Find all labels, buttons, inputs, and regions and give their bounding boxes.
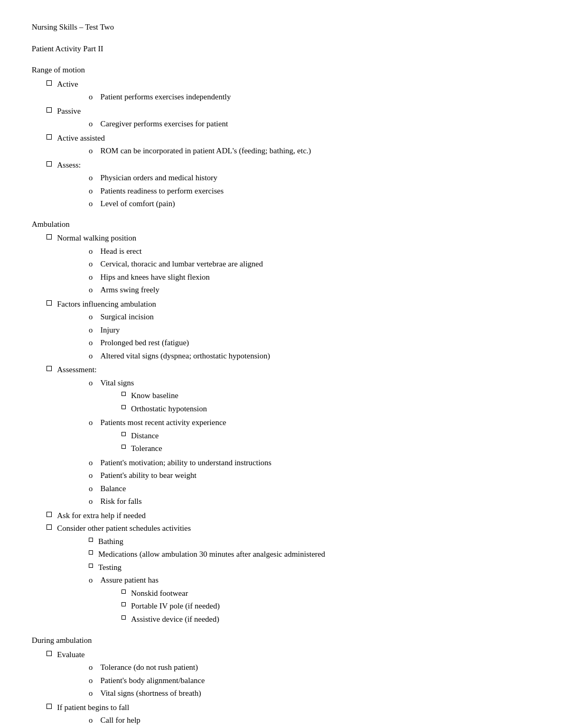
bullet-o-icon: o xyxy=(89,245,96,257)
list-item: If patient begins to falloCall for help xyxy=(46,702,529,727)
item-label-l3: Portable IV pole (if needed) xyxy=(131,600,220,612)
item-label-l2: Patient's ability to bear weight xyxy=(100,471,197,480)
list-item-l2: oHead is erect xyxy=(89,245,529,257)
bullet-square-sm-icon xyxy=(121,589,126,594)
item-label: Normal walking position xyxy=(57,234,136,242)
list-item: Normal walking positionoHead is erectoCe… xyxy=(46,232,529,297)
list-item-l3: Nonskid footwear xyxy=(121,587,529,600)
item-label-l3: Testing xyxy=(98,561,121,574)
bullet-square-icon xyxy=(46,80,52,86)
item-label: Active assisted xyxy=(57,134,105,142)
list-item-l2: oRisk for falls xyxy=(89,495,529,508)
section-during-ambulation: During ambulationEvaluateoTolerance (do … xyxy=(32,634,529,727)
bullet-square-icon xyxy=(46,107,52,113)
bullet-square-sm-icon xyxy=(121,392,126,396)
list-item-l2: oPatients most recent activity experienc… xyxy=(89,417,529,456)
list-item-l2: oCall for help xyxy=(89,714,529,726)
list-item-l2: oAltered vital signs (dyspnea; orthostat… xyxy=(89,350,529,362)
list-item-l3: Medications (allow ambulation 30 minutes… xyxy=(89,548,529,560)
bullet-o-icon: o xyxy=(89,91,96,103)
bullet-o-icon: o xyxy=(89,574,96,586)
bullet-o-icon: o xyxy=(89,687,96,699)
item-label-l2: ROM can be incorporated in patient ADL's… xyxy=(100,146,311,155)
item-label-l2: Balance xyxy=(100,484,126,493)
bullet-o-icon: o xyxy=(89,258,96,270)
section-heading: Ambulation xyxy=(32,218,529,231)
item-label-l2: Vital signs (shortness of breath) xyxy=(100,689,201,697)
item-label-l2: Hips and knees have slight flexion xyxy=(100,273,210,281)
item-label-l2: Prolonged bed rest (fatigue) xyxy=(100,338,189,347)
list-item-l3: Bathing xyxy=(89,536,529,548)
list-item-l2: oCervical, thoracic and lumbar vertebrae… xyxy=(89,258,529,270)
list-item-l3: Portable IV pole (if needed) xyxy=(121,600,529,612)
section-ambulation: AmbulationNormal walking positionoHead i… xyxy=(32,218,529,628)
list-item-l2: oPatient performs exercises independentl… xyxy=(89,91,529,103)
bullet-square-icon xyxy=(46,300,52,306)
item-label-l3: Tolerance xyxy=(131,443,162,455)
list-item-l2: oProlonged bed rest (fatigue) xyxy=(89,337,529,349)
list-item-l2: oVital signsKnow baselineOrthostatic hyp… xyxy=(89,377,529,416)
list-item: Assessment:oVital signsKnow baselineOrth… xyxy=(46,364,529,509)
item-label-l2: Altered vital signs (dyspnea; orthostati… xyxy=(100,352,270,360)
bullet-o-icon: o xyxy=(89,172,96,184)
bullet-square-icon xyxy=(46,524,52,530)
list-item-l2: oPatient's body alignment/balance xyxy=(89,675,529,687)
item-label-l2: Arms swing freely xyxy=(100,285,160,294)
bullet-o-icon: o xyxy=(89,661,96,674)
bullet-square-sm-icon xyxy=(121,432,126,436)
page-subtitle: Patient Activity Part II xyxy=(32,43,529,55)
bullet-square-sm-icon xyxy=(121,615,126,620)
bullet-o-icon: o xyxy=(89,185,96,197)
bullet-o-icon: o xyxy=(89,271,96,283)
bullet-o-icon: o xyxy=(89,483,96,495)
item-label-l2: Physician orders and medical history xyxy=(100,173,218,182)
section-heading: Range of motion xyxy=(32,64,529,76)
bullet-o-icon: o xyxy=(89,417,96,429)
item-label-l2: Patient's body alignment/balance xyxy=(100,676,205,685)
list-item: ActiveoPatient performs exercises indepe… xyxy=(46,78,529,104)
list-item-l2: oAssure patient hasNonskid footwearPorta… xyxy=(89,574,529,626)
section-range-of-motion: Range of motionActiveoPatient performs e… xyxy=(32,64,529,211)
page-container: Nursing Skills – Test Two Patient Activi… xyxy=(32,21,529,727)
item-label-l2: Tolerance (do not rush patient) xyxy=(100,663,198,671)
bullet-square-icon xyxy=(46,161,52,167)
bullet-o-icon: o xyxy=(89,675,96,687)
item-label: Active xyxy=(57,80,78,88)
section-heading: During ambulation xyxy=(32,634,529,647)
item-label-l2: Injury xyxy=(100,326,120,334)
list-item-l3: Know baseline xyxy=(121,390,529,402)
bullet-square-icon xyxy=(46,651,52,656)
list-item: EvaluateoTolerance (do not rush patient)… xyxy=(46,649,529,701)
bullet-square-sm-icon xyxy=(121,602,126,606)
list-item-l2: oPhysician orders and medical history xyxy=(89,172,529,184)
item-label-l3: Assistive device (if needed) xyxy=(131,613,219,625)
item-label: Passive xyxy=(57,107,81,115)
item-label-l3: Know baseline xyxy=(131,390,179,402)
bullet-square-icon xyxy=(46,704,52,709)
item-label-l2: Vital signs xyxy=(100,379,134,387)
bullet-square-sm-icon xyxy=(121,405,126,409)
list-item-l2: oPatient's motivation; ability to unders… xyxy=(89,457,529,469)
list-item-l3: Assistive device (if needed) xyxy=(121,613,529,625)
list-item-l2: oROM can be incorporated in patient ADL'… xyxy=(89,145,529,157)
list-item: Assess:oPhysician orders and medical his… xyxy=(46,159,529,211)
list-item: Ask for extra help if needed xyxy=(46,510,529,522)
bullet-o-icon: o xyxy=(89,311,96,323)
list-item-l3: Testing xyxy=(89,561,529,574)
bullet-square-sm-icon xyxy=(121,445,126,449)
item-label: Ask for extra help if needed xyxy=(57,511,146,520)
list-item-l2: oCaregiver performs exercises for patien… xyxy=(89,118,529,130)
item-label-l3: Distance xyxy=(131,430,158,442)
item-label-l2: Patients readiness to perform exercises xyxy=(100,187,223,195)
bullet-o-icon: o xyxy=(89,377,96,389)
list-item-l2: oSurgical incision xyxy=(89,311,529,323)
list-item-l3: Orthostatic hypotension xyxy=(121,403,529,415)
list-item-l3: Tolerance xyxy=(121,443,529,455)
item-label-l3: Orthostatic hypotension xyxy=(131,403,207,415)
item-label-l2: Call for help xyxy=(100,716,141,724)
item-label-l2: Assure patient has xyxy=(100,576,158,584)
list-item-l2: oLevel of comfort (pain) xyxy=(89,198,529,210)
item-label: Evaluate xyxy=(57,650,85,659)
item-label-l2: Level of comfort (pain) xyxy=(100,199,175,208)
list-item-l2: oHips and knees have slight flexion xyxy=(89,271,529,283)
